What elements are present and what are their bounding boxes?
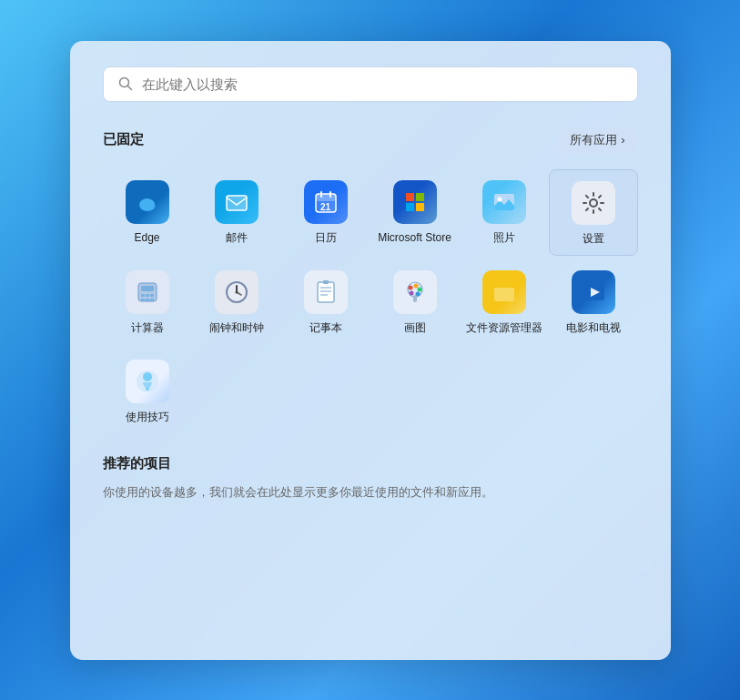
app-item-edge[interactable]: Edge	[103, 169, 192, 257]
calc-label: 计算器	[131, 321, 164, 336]
photos-icon	[482, 180, 526, 224]
svg-rect-7	[316, 194, 336, 201]
svg-rect-47	[146, 388, 149, 391]
store-label: Microsoft Store	[378, 231, 451, 246]
svg-rect-31	[318, 282, 334, 302]
search-icon	[118, 76, 133, 91]
svg-point-38	[413, 284, 418, 289]
recommended-desc: 你使用的设备越多，我们就会在此处显示更多你最近使用的文件和新应用。	[103, 483, 638, 502]
app-item-clock[interactable]: 闹钟和时钟	[192, 259, 281, 345]
app-item-calc[interactable]: 计算器	[103, 259, 192, 345]
svg-rect-42	[413, 295, 417, 302]
pinned-section-title: 已固定	[103, 131, 144, 148]
clock-label: 闹钟和时钟	[209, 321, 264, 336]
svg-rect-20	[141, 286, 154, 291]
video-icon	[572, 270, 615, 314]
notepad-icon	[304, 270, 348, 314]
tips-label: 使用技巧	[126, 411, 169, 425]
svg-rect-26	[150, 299, 154, 301]
svg-rect-3	[227, 196, 247, 210]
pinned-header: 已固定 所有应用 ›	[103, 127, 638, 153]
app-item-photos[interactable]: 照片	[460, 169, 549, 257]
start-menu: 已固定 所有应用 › Edge	[70, 41, 671, 660]
svg-rect-35	[323, 280, 329, 284]
svg-point-37	[408, 286, 412, 290]
mail-label: 邮件	[226, 231, 248, 246]
app-item-video[interactable]: 电影和电视	[549, 259, 638, 345]
photos-label: 照片	[493, 231, 515, 246]
search-input[interactable]	[142, 76, 623, 92]
app-item-calendar[interactable]: 21 日历	[281, 169, 370, 257]
chevron-right-icon: ›	[621, 133, 624, 147]
app-item-paint[interactable]: 画图	[370, 259, 460, 345]
svg-rect-12	[416, 193, 424, 201]
search-bar[interactable]	[103, 66, 638, 102]
svg-rect-22	[146, 294, 149, 297]
svg-point-16	[497, 197, 502, 201]
calc-icon	[126, 270, 169, 314]
mail-icon	[215, 180, 258, 224]
svg-rect-24	[141, 299, 145, 301]
video-label: 电影和电视	[566, 321, 621, 336]
settings-label: 设置	[583, 232, 604, 247]
edge-icon	[126, 180, 169, 224]
svg-line-1	[127, 86, 131, 90]
svg-point-17	[590, 199, 597, 207]
svg-text:21: 21	[320, 202, 331, 212]
svg-point-41	[409, 291, 413, 296]
settings-icon	[572, 181, 615, 225]
apps-grid: Edge 邮件 21	[103, 169, 638, 434]
calendar-label: 日历	[315, 231, 337, 246]
svg-rect-25	[146, 299, 149, 301]
app-item-settings[interactable]: 设置	[549, 169, 638, 257]
notepad-label: 记事本	[309, 321, 342, 336]
store-icon	[393, 180, 437, 224]
recommended-section-title: 推荐的项目	[103, 455, 638, 472]
svg-point-46	[143, 372, 152, 381]
app-item-filemanager[interactable]: 文件资源管理器	[460, 259, 549, 345]
calendar-icon: 21	[304, 180, 348, 224]
svg-rect-14	[416, 203, 424, 211]
app-item-notepad[interactable]: 记事本	[281, 259, 370, 345]
edge-label: Edge	[134, 231, 159, 246]
app-item-store[interactable]: Microsoft Store	[370, 169, 460, 257]
svg-rect-13	[406, 203, 414, 211]
svg-rect-21	[141, 294, 145, 297]
paint-icon	[393, 270, 437, 314]
svg-point-39	[417, 288, 421, 292]
svg-rect-11	[406, 193, 414, 201]
app-item-tips[interactable]: 使用技巧	[103, 349, 192, 434]
svg-rect-23	[150, 294, 154, 297]
recommended-section: 推荐的项目 你使用的设备越多，我们就会在此处显示更多你最近使用的文件和新应用。	[103, 455, 638, 502]
clock-icon	[215, 270, 258, 314]
all-apps-button[interactable]: 所有应用 ›	[557, 127, 637, 153]
filemanager-label: 文件资源管理器	[466, 321, 542, 336]
app-item-mail[interactable]: 邮件	[192, 169, 281, 257]
svg-point-30	[235, 291, 238, 294]
paint-label: 画图	[404, 321, 426, 336]
filemanager-icon	[482, 270, 526, 314]
all-apps-label: 所有应用	[570, 132, 617, 148]
tips-icon	[126, 360, 169, 403]
